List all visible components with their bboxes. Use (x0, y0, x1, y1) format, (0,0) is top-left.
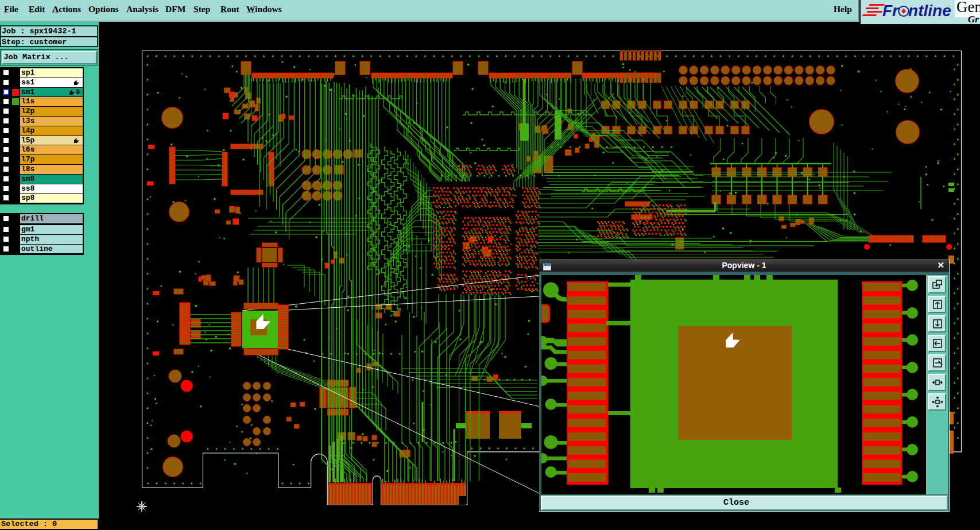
svg-text:Frontline: Frontline (882, 2, 951, 20)
